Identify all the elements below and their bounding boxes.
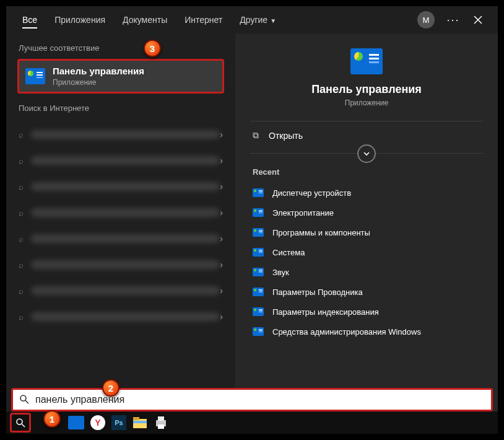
filter-tabs: Все Приложения Документы Интернет Другие… <box>6 6 498 33</box>
control-panel-icon <box>253 228 264 237</box>
preview-subtitle: Приложение <box>345 99 388 107</box>
recent-item[interactable]: Звук <box>250 262 483 282</box>
open-icon: ⧉ <box>253 130 259 141</box>
svg-rect-3 <box>133 417 139 420</box>
search-window: Все Приложения Документы Интернет Другие… <box>5 5 499 435</box>
web-result-item[interactable]: ⌕› <box>12 278 229 304</box>
recent-item-label: Параметры индексирования <box>272 307 379 317</box>
web-result-item[interactable]: ⌕› <box>12 121 229 147</box>
recent-item[interactable]: Параметры Проводника <box>250 282 483 302</box>
best-match-label: Лучшее соответствие <box>6 33 235 59</box>
web-result-item[interactable]: ⌕› <box>12 147 229 174</box>
recent-item-label: Электропитание <box>272 208 334 218</box>
svg-rect-7 <box>158 425 164 429</box>
web-results: ⌕› ⌕› ⌕› ⌕› ⌕› ⌕› ⌕› ⌕› <box>6 119 235 330</box>
recent-item[interactable]: Диспетчер устройств <box>250 183 483 203</box>
preview-title: Панель управления <box>311 83 422 96</box>
recent-item-label: Диспетчер устройств <box>272 188 351 198</box>
svg-point-0 <box>20 395 26 401</box>
control-panel-icon <box>253 208 264 217</box>
close-button[interactable] <box>466 7 490 32</box>
taskbar-photoshop-icon[interactable]: Ps <box>111 415 126 430</box>
control-panel-icon <box>25 68 45 84</box>
chevron-right-icon: › <box>220 260 223 270</box>
web-result-item[interactable]: ⌕› <box>12 226 229 252</box>
chevron-right-icon: › <box>220 234 223 244</box>
web-result-item[interactable]: ⌕› <box>12 304 229 330</box>
tab-web[interactable]: Интернет <box>176 9 231 31</box>
tab-more[interactable]: Другие▼ <box>231 9 285 31</box>
recent-item-label: Система <box>272 248 305 257</box>
tab-apps[interactable]: Приложения <box>46 9 114 31</box>
chevron-down-icon <box>363 150 370 157</box>
control-panel-icon <box>253 288 264 296</box>
recent-item[interactable]: Система <box>250 242 483 262</box>
recent-label: Recent <box>253 167 483 177</box>
svg-rect-6 <box>158 416 164 421</box>
search-icon: ⌕ <box>19 156 24 165</box>
control-panel-icon <box>253 307 264 316</box>
best-match-item[interactable]: Панель управления Приложение <box>17 59 224 94</box>
tab-all[interactable]: Все <box>14 9 46 31</box>
search-icon: ⌕ <box>19 286 24 296</box>
results-panel: Лучшее соответствие Панель управления Пр… <box>6 33 235 434</box>
search-bar[interactable] <box>11 388 493 411</box>
chevron-right-icon: › <box>220 208 223 218</box>
taskbar-search-button[interactable] <box>10 413 31 433</box>
more-button[interactable]: ··· <box>441 7 466 32</box>
annotation-badge-1: 1 <box>43 410 61 428</box>
recent-item[interactable]: Средства администрирования Windows <box>250 322 483 341</box>
search-icon <box>19 394 29 407</box>
search-icon: ⌕ <box>19 234 24 244</box>
control-panel-icon <box>253 248 264 257</box>
search-icon: ⌕ <box>19 312 24 322</box>
caret-down-icon: ▼ <box>270 17 276 24</box>
recent-item-label: Параметры Проводника <box>272 288 363 297</box>
recent-item-label: Средства администрирования Windows <box>272 327 421 337</box>
control-panel-icon <box>253 268 264 276</box>
taskbar: Y Ps <box>6 411 498 434</box>
search-icon: ⌕ <box>19 208 24 218</box>
taskbar-yandex-icon[interactable]: Y <box>90 415 105 430</box>
search-input[interactable] <box>35 394 485 405</box>
annotation-badge-3: 3 <box>144 40 161 57</box>
control-panel-icon <box>253 188 264 197</box>
best-match-title: Панель управления <box>53 66 144 76</box>
chevron-right-icon: › <box>220 182 223 191</box>
chevron-right-icon: › <box>220 130 223 139</box>
chevron-right-icon: › <box>220 156 223 165</box>
taskbar-keyboard-icon[interactable] <box>68 416 84 429</box>
chevron-right-icon: › <box>220 286 223 296</box>
web-result-item[interactable]: ⌕› <box>12 200 229 226</box>
recent-item[interactable]: Электропитание <box>250 203 483 222</box>
control-panel-icon <box>350 48 383 74</box>
search-icon: ⌕ <box>19 182 24 191</box>
chevron-right-icon: › <box>220 312 223 322</box>
best-match-subtitle: Приложение <box>53 78 144 87</box>
expand-button[interactable] <box>357 144 376 163</box>
open-label: Открыть <box>269 131 303 141</box>
taskbar-printer-icon[interactable] <box>154 413 168 432</box>
divider <box>250 153 483 154</box>
search-body: Лучшее соответствие Панель управления Пр… <box>6 33 498 434</box>
svg-point-1 <box>17 419 22 425</box>
close-icon <box>474 15 482 24</box>
control-panel-icon <box>253 327 264 336</box>
taskbar-explorer-icon[interactable] <box>133 413 147 432</box>
svg-rect-2 <box>133 419 147 428</box>
svg-rect-4 <box>133 421 147 423</box>
web-search-label: Поиск в Интернете <box>6 94 235 119</box>
user-avatar[interactable]: М <box>417 11 435 29</box>
web-result-item[interactable]: ⌕› <box>12 252 229 278</box>
preview-hero: Панель управления Приложение <box>250 48 483 107</box>
annotation-badge-2: 2 <box>102 379 119 397</box>
search-icon: ⌕ <box>19 260 24 270</box>
recent-item-label: Звук <box>272 268 289 277</box>
search-icon: ⌕ <box>19 130 24 139</box>
recent-item[interactable]: Программы и компоненты <box>250 222 483 242</box>
recent-item[interactable]: Параметры индексирования <box>250 302 483 322</box>
tab-docs[interactable]: Документы <box>114 9 176 31</box>
web-result-item[interactable]: ⌕› <box>12 174 229 200</box>
recent-item-label: Программы и компоненты <box>272 228 370 237</box>
preview-panel: Панель управления Приложение ⧉ Открыть R… <box>235 33 498 434</box>
